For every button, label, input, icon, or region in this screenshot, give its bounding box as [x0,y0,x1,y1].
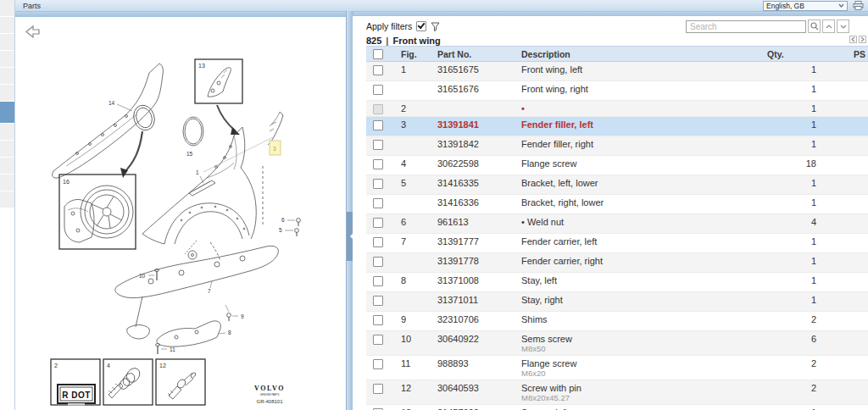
row-checkbox[interactable] [373,315,383,325]
callout-7[interactable]: 7 [208,288,211,294]
part-description: Sems screw [521,334,767,345]
callout-8[interactable]: 8 [228,330,231,335]
row-checkbox[interactable] [373,198,383,208]
table-row[interactable]: 31371011Stay, right1 [366,292,868,312]
callout-10[interactable]: 10 [139,273,146,279]
table-row[interactable]: 6961613• Weld nut4 [366,214,868,234]
part-description: Flange screw [521,158,767,169]
sidebar-tab[interactable] [0,141,14,157]
quantity: 1 [767,292,838,312]
callout-12[interactable]: 12 [159,363,166,368]
callout-9[interactable]: 9 [241,313,244,319]
fig-number: 3 [395,117,431,136]
table-row[interactable]: 331391841Fender filler, left1 [366,117,868,136]
row-checkbox[interactable] [373,384,383,394]
table-row[interactable]: 430622598Flange screw18 [366,156,868,175]
sidebar-tab[interactable] [0,17,14,33]
callout-4[interactable]: 4 [107,363,110,368]
select-all-checkbox[interactable] [373,49,383,59]
filter-funnel-icon[interactable] [431,22,440,31]
chevron-left-icon [851,36,855,42]
parts-table: Fig. Part No. Description Qty. PS 131651… [366,46,868,410]
table-row[interactable]: 31651676Front wing, right1 [366,81,868,101]
table-row[interactable]: 2•1 [366,101,868,117]
sidebar-tab[interactable] [0,0,14,16]
drawing-number: GR-408101 [256,399,283,404]
callout-13[interactable]: 13 [198,63,205,69]
parts-toolbar: Apply filters 825|Front wi [353,16,868,46]
row-checkbox[interactable] [373,120,383,130]
table-row[interactable]: 531416335Bracket, left, lower1 [366,175,868,195]
row-checkbox[interactable] [373,65,383,75]
next-page-button[interactable] [859,36,866,43]
table-row[interactable]: 31391778Fender carrier, right1 [366,253,868,273]
sidebar-tab[interactable] [0,191,14,208]
sidebar-tab[interactable] [0,85,14,101]
sidebar-tab[interactable] [0,68,14,84]
callout-6[interactable]: 6 [281,217,285,223]
search-next-button[interactable] [837,19,849,33]
back-button[interactable] [26,26,39,37]
language-value: English, GB [766,2,804,10]
section-separator: | [386,36,388,46]
row-checkbox[interactable] [373,159,383,169]
sidebar-tab[interactable] [0,34,14,50]
row-checkbox[interactable] [373,257,383,267]
table-row[interactable]: 31391842Fender filler, right1 [366,136,868,156]
row-checkbox[interactable] [373,335,383,345]
exploded-parts-diagram: 14 15 13 1 3 6 5 16 10 7 9 8 11 2 4 12 R… [15,17,346,410]
part-number: 31416336 [431,195,515,214]
header-description[interactable]: Description [515,47,767,62]
quantity: 2 [767,356,838,380]
table-row[interactable]: 1331457698Spacer, left1 [366,405,868,410]
fig-number: 8 [395,273,431,292]
table-row[interactable]: 11988893Flange screwM6x202 [366,356,868,380]
row-checkbox[interactable] [373,179,383,189]
table-row[interactable]: 831371008Stay, left1 [366,273,868,292]
previous-page-button[interactable] [849,36,857,43]
section-code: 825 [366,36,381,46]
search-previous-button[interactable] [822,19,835,33]
header-qty[interactable]: Qty. [767,47,838,62]
callout-2[interactable]: 2 [54,363,58,368]
sidebar-tab[interactable] [0,175,14,191]
fig-number [395,195,431,214]
callout-15[interactable]: 15 [186,151,193,157]
sidebar-tab-active[interactable] [0,102,14,123]
part-number: 32310706 [431,312,515,331]
row-checkbox[interactable] [373,359,383,369]
callout-14[interactable]: 14 [108,100,115,106]
header-ps[interactable]: PS [838,47,868,62]
table-row[interactable]: 31416336Bracket, right, lower1 [366,195,868,214]
header-fig[interactable]: Fig. [395,47,431,62]
quantity: 1 [767,101,838,117]
row-checkbox[interactable] [373,218,383,228]
callout-16[interactable]: 16 [63,179,70,185]
part-description: Stay, left [521,275,767,286]
callout-5[interactable]: 5 [279,227,282,233]
fig-number: 6 [395,214,431,234]
table-row[interactable]: 131651675Front wing, left1 [366,62,868,81]
table-row[interactable]: 932310706Shims2 [366,312,868,331]
search-button[interactable] [808,19,821,33]
apply-filters-checkbox[interactable] [416,21,426,31]
language-selector[interactable]: English, GB [763,1,848,11]
header-part[interactable]: Part No. [431,47,515,62]
search-input[interactable] [686,20,806,33]
row-checkbox[interactable] [373,276,383,286]
callout-3[interactable]: 3 [273,146,276,152]
sidebar-tab[interactable] [0,51,14,67]
row-checkbox[interactable] [373,237,383,247]
row-checkbox[interactable] [373,296,383,306]
table-row[interactable]: 731391777Fender carrier, left1 [366,234,868,253]
row-checkbox[interactable] [373,140,383,150]
print-icon[interactable] [853,1,865,10]
callout-1[interactable]: 1 [196,169,199,175]
sidebar-tab[interactable] [0,158,14,174]
table-row[interactable]: 1030640922Sems screwM8x506 [366,331,868,356]
sidebar-tab[interactable] [0,124,14,140]
table-header-row: Fig. Part No. Description Qty. PS [366,47,868,62]
table-row[interactable]: 1230640593Screw with pinM8x20x45.272 [366,380,868,405]
callout-11[interactable]: 11 [170,346,175,352]
row-checkbox[interactable] [373,85,383,95]
